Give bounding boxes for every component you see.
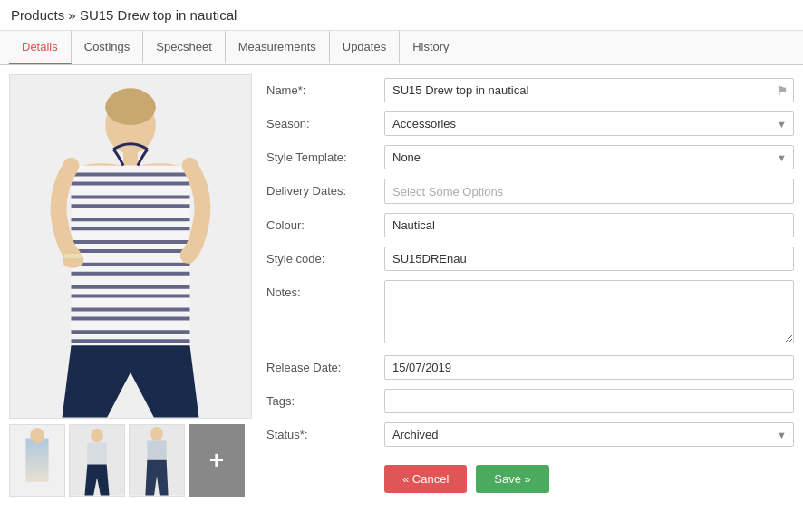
release-date-input[interactable] (384, 355, 794, 380)
images-panel: + (9, 74, 252, 497)
svg-rect-29 (87, 443, 106, 465)
save-button[interactable]: Save » (476, 465, 548, 493)
delivery-dates-field: Select Some Options (384, 179, 794, 204)
colour-input[interactable] (384, 213, 794, 237)
svg-point-28 (91, 429, 103, 442)
name-row: Name*: ⚑ (266, 78, 794, 102)
tab-details[interactable]: Details (9, 31, 72, 64)
svg-rect-4 (123, 150, 138, 166)
tags-label: Tags: (266, 389, 384, 408)
tab-updates[interactable]: Updates (330, 31, 400, 64)
style-code-row: Style code: (266, 247, 794, 271)
svg-rect-32 (147, 441, 166, 460)
delivery-dates-placeholder: Select Some Options (392, 185, 503, 198)
style-code-field (384, 247, 794, 271)
name-field: ⚑ (384, 78, 794, 102)
notes-textarea[interactable] (384, 280, 794, 343)
add-image-icon: + (209, 446, 224, 475)
svg-point-31 (150, 427, 163, 440)
status-row: Status*: Archived Active Draft ▼ (266, 422, 794, 447)
status-field: Archived Active Draft ▼ (384, 422, 794, 447)
svg-point-3 (111, 88, 150, 113)
thumbnail-3[interactable] (129, 424, 185, 497)
flag-icon: ⚑ (777, 83, 788, 98)
thumbnail-1[interactable] (9, 424, 65, 497)
main-product-image (9, 74, 252, 419)
tab-specsheet[interactable]: Specsheet (143, 31, 225, 64)
style-template-row: Style Template: None Template A Template… (266, 145, 794, 169)
style-code-input[interactable] (384, 247, 794, 271)
release-date-field (384, 355, 794, 380)
thumbnail-2[interactable] (69, 424, 125, 497)
thumbnail-add[interactable]: + (189, 424, 245, 497)
tab-costings[interactable]: Costings (72, 31, 144, 64)
cancel-button[interactable]: « Cancel (384, 465, 467, 493)
tags-field (384, 389, 794, 413)
svg-rect-23 (64, 254, 82, 258)
svg-point-26 (30, 428, 44, 443)
style-template-field: None Template A Template B ▼ (384, 145, 794, 169)
form-buttons: « Cancel Save » (266, 465, 794, 493)
breadcrumb-separator: » (64, 7, 80, 23)
name-input[interactable] (384, 78, 794, 102)
breadcrumb-products-link[interactable]: Products (11, 7, 64, 23)
tab-history[interactable]: History (400, 31, 461, 64)
main-content: + Name*: ⚑ Season: Accessories Spri (0, 65, 803, 506)
breadcrumb: Products » SU15 Drew top in nautical (0, 0, 803, 31)
breadcrumb-current: SU15 Drew top in nautical (80, 7, 237, 23)
release-date-row: Release Date: (266, 355, 794, 380)
thumbnail-strip: + (9, 424, 252, 497)
status-label: Status*: (266, 422, 384, 441)
season-select[interactable]: Accessories Spring/Summer Autumn/Winter (384, 111, 794, 136)
tab-bar: Details Costings Specsheet Measurements … (0, 31, 803, 65)
style-template-label: Style Template: (266, 145, 384, 164)
name-label: Name*: (266, 78, 384, 97)
delivery-dates-row: Delivery Dates: Select Some Options (266, 179, 794, 204)
notes-row: Notes: (266, 280, 794, 346)
colour-row: Colour: (266, 213, 794, 237)
tags-row: Tags: (266, 389, 794, 413)
release-date-label: Release Date: (266, 355, 384, 374)
delivery-dates-select[interactable]: Select Some Options (384, 179, 794, 204)
delivery-dates-label: Delivery Dates: (266, 179, 384, 198)
style-code-label: Style code: (266, 247, 384, 266)
season-row: Season: Accessories Spring/Summer Autumn… (266, 111, 794, 136)
notes-label: Notes: (266, 280, 384, 299)
season-label: Season: (266, 111, 384, 131)
svg-rect-25 (25, 439, 48, 482)
status-select[interactable]: Archived Active Draft (384, 422, 794, 447)
form-panel: Name*: ⚑ Season: Accessories Spring/Summ… (266, 74, 794, 497)
tags-input[interactable] (384, 389, 794, 413)
style-template-select[interactable]: None Template A Template B (384, 145, 794, 169)
notes-field (384, 280, 794, 346)
season-field: Accessories Spring/Summer Autumn/Winter … (384, 111, 794, 136)
colour-field (384, 213, 794, 237)
tab-measurements[interactable]: Measurements (226, 31, 330, 64)
colour-label: Colour: (266, 213, 384, 232)
